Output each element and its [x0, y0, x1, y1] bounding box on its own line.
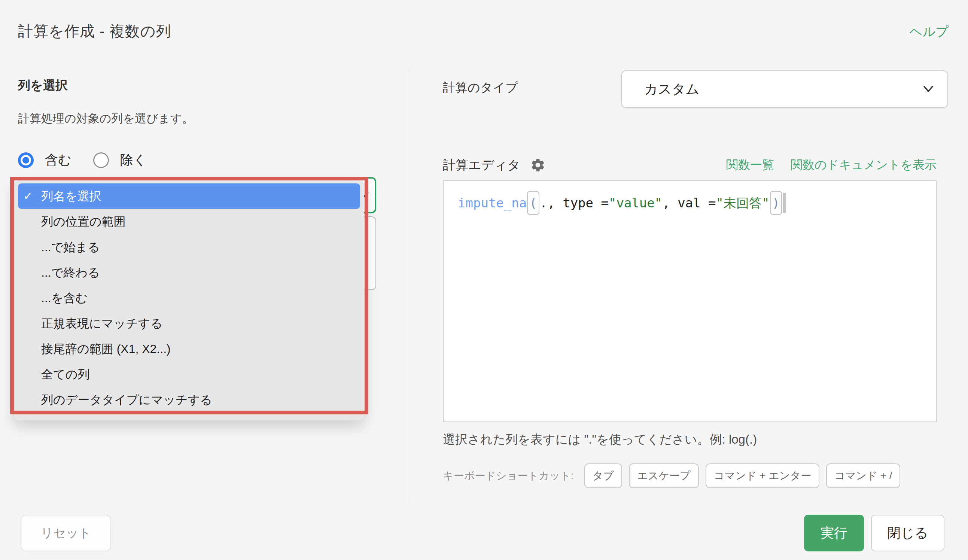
- calculation-type-select[interactable]: カスタム: [621, 70, 948, 108]
- reset-button[interactable]: リセット: [21, 515, 111, 552]
- radio-exclude[interactable]: 除く: [93, 151, 147, 169]
- radio-unselected-icon[interactable]: [93, 152, 109, 168]
- function-list-link[interactable]: 関数一覧: [726, 157, 774, 173]
- menu-item-label: 接尾辞の範囲 (X1, X2...): [41, 336, 171, 361]
- menu-item-label: 列の位置の範囲: [41, 209, 126, 234]
- column-select-description: 計算処理の対象の列を選びます。: [18, 111, 194, 126]
- calculation-code-editor[interactable]: impute_na(., type = "value", val = "未回答"…: [443, 181, 937, 422]
- shortcuts-label: キーボードショートカット:: [443, 469, 574, 483]
- code-token-plain: , val =: [662, 192, 716, 214]
- code-line: impute_na(., type = "value", val = "未回答"…: [458, 191, 928, 215]
- menu-item-label: ...で終わる: [41, 260, 100, 285]
- vertical-divider: [408, 70, 408, 505]
- radio-include[interactable]: 含む: [18, 151, 71, 169]
- run-button[interactable]: 実行: [804, 515, 864, 552]
- menu-item[interactable]: ...を含む: [18, 285, 360, 311]
- menu-item[interactable]: ...で終わる: [18, 260, 360, 285]
- menu-item[interactable]: 列の位置の範囲: [18, 209, 360, 234]
- kbd-command-enter: コマンド + エンター: [706, 464, 820, 488]
- checkmark-icon: ✓: [23, 184, 41, 209]
- code-token-open-paren: (: [527, 191, 539, 215]
- menu-item[interactable]: 列のデータタイプにマッチする: [18, 387, 360, 413]
- column-select-heading: 列を選択: [18, 77, 68, 94]
- code-token-function: impute_na: [458, 192, 527, 214]
- radio-selected-icon[interactable]: [18, 152, 34, 168]
- editor-hint-text: 選択された列を表すには "."を使ってください。例: log(.): [443, 431, 757, 448]
- menu-item-label: ...を含む: [41, 285, 88, 311]
- calculation-type-label: 計算のタイプ: [443, 80, 518, 96]
- help-link[interactable]: ヘルプ: [910, 23, 948, 40]
- menu-item[interactable]: 接尾辞の範囲 (X1, X2...): [18, 336, 360, 361]
- menu-item[interactable]: ✓ 列名を選択: [18, 184, 360, 209]
- column-select-menu: ✓ 列名を選択 列の位置の範囲 ...で始まる ...で終わる ...を含む 正…: [14, 181, 364, 420]
- editor-label: 計算エディタ: [443, 156, 520, 174]
- kbd-tab: タブ: [584, 464, 622, 488]
- include-exclude-radio-group: 含む 除く: [18, 151, 147, 169]
- menu-item-label: 列名を選択: [41, 184, 101, 209]
- menu-item-label: 全ての列: [41, 361, 90, 387]
- code-token-close-paren: ): [770, 191, 782, 215]
- menu-item[interactable]: 全ての列: [18, 361, 360, 387]
- gear-icon[interactable]: [530, 157, 546, 173]
- calculation-type-value: カスタム: [644, 80, 923, 98]
- menu-item-label: ...で始まる: [41, 234, 100, 260]
- radio-include-label: 含む: [45, 151, 71, 169]
- code-token-string: "value": [609, 192, 662, 214]
- editor-links: 関数一覧 関数のドキュメントを表示: [726, 157, 937, 173]
- kbd-escape: エスケープ: [629, 464, 699, 488]
- editor-header-row: 計算エディタ 関数一覧 関数のドキュメントを表示: [443, 156, 937, 174]
- menu-item-label: 正規表現にマッチする: [41, 311, 163, 336]
- close-button[interactable]: 閉じる: [871, 515, 945, 552]
- menu-item[interactable]: 正規表現にマッチする: [18, 311, 360, 336]
- function-docs-link[interactable]: 関数のドキュメントを表示: [791, 157, 937, 173]
- menu-item-label: 列のデータタイプにマッチする: [41, 387, 212, 413]
- keyboard-shortcuts-row: キーボードショートカット: タブ エスケープ コマンド + エンター コマンド …: [443, 464, 937, 488]
- chevron-down-icon: [923, 85, 934, 93]
- radio-exclude-label: 除く: [120, 151, 147, 169]
- menu-item[interactable]: ...で始まる: [18, 234, 360, 260]
- text-caret: [783, 193, 786, 213]
- code-token-string: "未回答": [716, 192, 770, 214]
- page-title: 計算を作成 - 複数の列: [18, 21, 171, 41]
- code-token-plain: ., type =: [540, 192, 609, 214]
- kbd-command-slash: コマンド + /: [826, 464, 900, 488]
